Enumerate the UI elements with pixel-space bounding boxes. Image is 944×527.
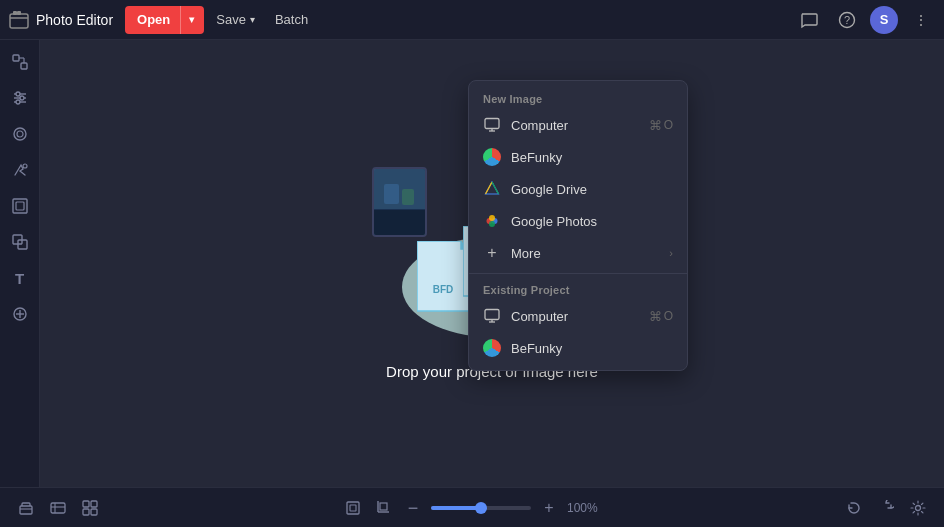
open-button[interactable]: Open ▾	[125, 6, 204, 34]
main-layout: T New Image Co	[0, 40, 944, 487]
svg-line-31	[492, 182, 499, 194]
monitor-existing-icon	[483, 307, 501, 325]
settings-button[interactable]	[904, 494, 932, 522]
menu-item-gphotos-new[interactable]: Google Photos	[469, 205, 687, 237]
svg-rect-41	[384, 184, 399, 204]
svg-point-34	[489, 215, 495, 221]
undo-button[interactable]	[840, 494, 868, 522]
svg-rect-61	[83, 501, 89, 507]
menu-item-computer-new-shortcut: ⌘O	[649, 118, 673, 133]
svg-text:?: ?	[844, 14, 850, 26]
svg-rect-58	[51, 503, 65, 513]
svg-rect-19	[13, 199, 27, 213]
zoom-out-button[interactable]: −	[401, 496, 425, 520]
svg-point-13	[20, 96, 24, 100]
sidebar: T	[0, 40, 40, 487]
bottombar-right	[840, 494, 932, 522]
thumbnail-left	[372, 167, 427, 237]
save-caret-icon: ▾	[250, 14, 255, 25]
svg-rect-69	[380, 503, 387, 510]
menu-divider	[469, 273, 687, 274]
befunky-icon	[483, 148, 501, 166]
save-button[interactable]: Save ▾	[208, 6, 263, 34]
menu-item-computer-new[interactable]: Computer ⌘O	[469, 109, 687, 141]
svg-rect-63	[83, 509, 89, 515]
help-button[interactable]: ?	[832, 5, 862, 35]
more-icon: +	[483, 244, 501, 262]
svg-rect-40	[374, 209, 425, 235]
svg-rect-6	[13, 55, 19, 61]
fit-button[interactable]	[341, 496, 365, 520]
sidebar-item-touchup[interactable]	[4, 154, 36, 186]
zoom-slider-fill	[431, 506, 481, 510]
zoom-percent-label: 100%	[567, 501, 603, 515]
sidebar-item-effects[interactable]	[4, 118, 36, 150]
sidebar-item-adjust[interactable]	[4, 82, 36, 114]
zoom-in-button[interactable]: +	[537, 496, 561, 520]
menu-item-befunky-existing[interactable]: BeFunky	[469, 332, 687, 364]
svg-point-18	[23, 164, 27, 168]
layers-button[interactable]	[12, 494, 40, 522]
sidebar-item-transform[interactable]	[4, 46, 36, 78]
bottombar-left	[12, 494, 104, 522]
svg-rect-0	[10, 14, 28, 28]
svg-point-70	[916, 505, 921, 510]
svg-point-15	[16, 100, 20, 104]
svg-rect-26	[485, 119, 499, 129]
svg-point-11	[16, 92, 20, 96]
svg-rect-39	[374, 169, 425, 235]
sidebar-item-text[interactable]: T	[4, 262, 36, 294]
new-image-section-title: New Image	[469, 87, 687, 109]
open-caret-icon: ▾	[180, 6, 202, 34]
canvas-area: New Image Computer ⌘O	[40, 40, 944, 487]
more-arrow-icon: ›	[669, 247, 673, 259]
more-options-button[interactable]: ⋮	[906, 5, 936, 35]
batch-button[interactable]: Batch	[267, 6, 316, 34]
open-dropdown-menu: New Image Computer ⌘O	[468, 80, 688, 371]
avatar[interactable]: S	[870, 6, 898, 34]
menu-item-befunky-existing-label: BeFunky	[511, 341, 673, 356]
grid-view-button[interactable]	[76, 494, 104, 522]
svg-rect-65	[347, 502, 359, 514]
menu-item-computer-existing-shortcut: ⌘O	[649, 309, 673, 324]
bottombar: − + 100%	[0, 487, 944, 527]
svg-text:BFD: BFD	[433, 284, 454, 295]
menu-item-computer-existing[interactable]: Computer ⌘O	[469, 300, 687, 332]
crop-button[interactable]	[371, 496, 395, 520]
google-photos-icon	[483, 212, 501, 230]
befunky-existing-icon	[483, 339, 501, 357]
menu-item-computer-existing-label: Computer	[511, 309, 639, 324]
open-button-label: Open	[127, 12, 180, 27]
app-logo: Photo Editor	[8, 9, 113, 31]
topbar-actions: Open ▾ Save ▾ Batch	[125, 6, 316, 34]
svg-rect-62	[91, 501, 97, 507]
menu-item-gphotos-new-label: Google Photos	[511, 214, 673, 229]
svg-rect-3	[17, 11, 21, 15]
menu-item-gdrive-new-label: Google Drive	[511, 182, 673, 197]
zoom-slider[interactable]	[431, 506, 531, 510]
message-button[interactable]	[794, 5, 824, 35]
svg-rect-2	[13, 11, 17, 15]
menu-item-befunky-new[interactable]: BeFunky	[469, 141, 687, 173]
monitor-icon	[483, 116, 501, 134]
logo-icon	[8, 9, 30, 31]
svg-rect-36	[485, 310, 499, 320]
redo-button[interactable]	[872, 494, 900, 522]
sidebar-item-overlays[interactable]	[4, 226, 36, 258]
history-button[interactable]	[44, 494, 72, 522]
menu-item-more-new-label: More	[511, 246, 659, 261]
topbar-right: ? S ⋮	[794, 5, 936, 35]
svg-rect-56	[20, 506, 32, 514]
svg-rect-66	[350, 505, 356, 511]
svg-rect-42	[402, 189, 414, 205]
menu-item-more-new[interactable]: + More ›	[469, 237, 687, 269]
zoom-slider-thumb[interactable]	[475, 502, 487, 514]
sidebar-item-misc[interactable]	[4, 298, 36, 330]
svg-rect-20	[16, 202, 24, 210]
menu-item-gdrive-new[interactable]: Google Drive	[469, 173, 687, 205]
google-drive-icon	[483, 180, 501, 198]
menu-item-befunky-new-label: BeFunky	[511, 150, 673, 165]
svg-marker-29	[486, 182, 499, 194]
bottombar-center: − + 100%	[110, 496, 834, 520]
sidebar-item-frames[interactable]	[4, 190, 36, 222]
